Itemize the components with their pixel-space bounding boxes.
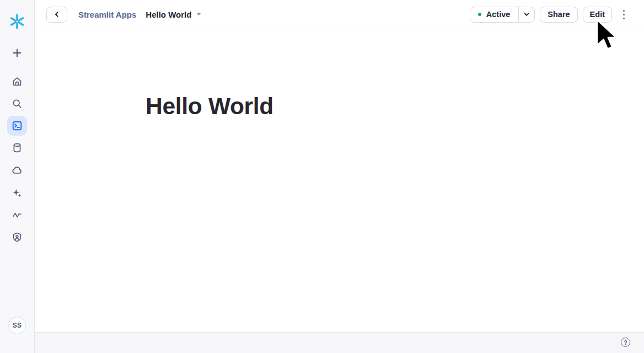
sidebar-item-projects[interactable] <box>7 116 27 136</box>
sidebar-item-ai-ml[interactable] <box>7 183 27 203</box>
sidebar-item-monitoring[interactable] <box>7 205 27 225</box>
search-icon <box>12 98 23 109</box>
sparkles-icon <box>12 188 23 199</box>
back-button[interactable] <box>46 7 67 23</box>
app-title-dropdown[interactable]: Hello World <box>146 10 201 19</box>
status-button[interactable]: Active <box>470 7 519 22</box>
database-icon <box>12 142 23 153</box>
header-actions: Active Share Edit <box>470 7 630 23</box>
caret-down-icon <box>196 13 201 16</box>
sidebar-item-create[interactable] <box>7 43 27 63</box>
sidebar-item-home[interactable] <box>7 72 27 92</box>
top-bar: Streamlit Apps Hello World Active Share … <box>35 0 644 29</box>
status-dot <box>478 13 481 16</box>
sidebar: SS <box>0 0 35 353</box>
sidebar-item-admin[interactable] <box>7 227 27 247</box>
edit-button[interactable]: Edit <box>583 7 612 23</box>
status-label: Active <box>486 10 511 19</box>
status-split-button: Active <box>470 7 535 23</box>
status-caret-button[interactable] <box>518 7 534 22</box>
home-icon <box>12 76 23 87</box>
kebab-menu-icon[interactable] <box>618 7 630 23</box>
plus-icon <box>12 47 23 58</box>
help-icon[interactable]: ? <box>621 338 630 347</box>
share-button[interactable]: Share <box>540 7 577 23</box>
sidebar-item-data-products[interactable] <box>7 161 27 180</box>
help-label: ? <box>624 339 627 346</box>
sidebar-item-search[interactable] <box>7 94 27 114</box>
cloud-icon <box>12 165 23 176</box>
activity-icon <box>12 210 23 221</box>
app-heading: Hello World <box>146 92 273 121</box>
shield-user-icon <box>12 232 23 243</box>
sidebar-item-data[interactable] <box>7 138 27 158</box>
terminal-icon <box>12 120 23 131</box>
user-avatar[interactable]: SS <box>8 317 26 334</box>
footer-bar: ? <box>35 332 644 353</box>
chevron-down-icon <box>523 11 530 18</box>
chevron-left-icon <box>53 10 61 18</box>
snowflake-logo-icon <box>8 13 26 30</box>
sidebar-divider <box>8 67 26 67</box>
avatar-initials: SS <box>13 322 22 329</box>
breadcrumb-streamlit-apps[interactable]: Streamlit Apps <box>78 10 136 19</box>
page-title: Hello World <box>146 10 191 19</box>
